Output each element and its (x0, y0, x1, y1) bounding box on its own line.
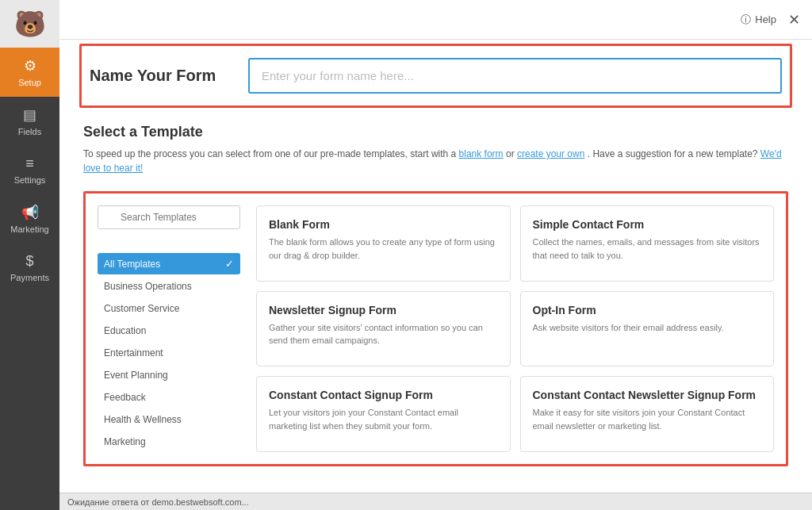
category-item[interactable]: Health & Wellness (98, 409, 240, 430)
template-sidebar: 🔍 All Templates✓Business OperationsCusto… (98, 205, 240, 452)
sidebar-item-label: Marketing (10, 224, 48, 234)
template-card-desc: The blank form allows you to create any … (269, 236, 498, 262)
template-card-desc: Make it easy for site visitors join your… (533, 406, 762, 432)
statusbar: Ожидание ответа от demo.bestwebsoft.com.… (59, 493, 812, 510)
check-icon: ✓ (225, 258, 234, 270)
sidebar-item-label: Setup (18, 78, 41, 87)
marketing-icon: 📢 (21, 204, 39, 221)
template-card[interactable]: Blank FormThe blank form allows you to c… (256, 205, 511, 282)
template-body: 🔍 All Templates✓Business OperationsCusto… (83, 191, 788, 466)
sidebar-item-payments[interactable]: $ Payments (0, 243, 59, 292)
suggestion-text: . Have a suggestion for a new template? (588, 148, 758, 159)
sidebar-item-label: Payments (10, 273, 49, 282)
statusbar-text: Ожидание ответа от demo.bestwebsoft.com.… (67, 497, 249, 507)
logo: 🐻 (0, 0, 59, 48)
template-card[interactable]: Newsletter Signup FormGather your site v… (256, 291, 511, 367)
template-card[interactable]: Opt-In FormAsk website visitors for thei… (520, 291, 775, 367)
setup-icon: ⚙ (24, 57, 36, 75)
select-template-title: Select a Template (83, 124, 788, 140)
template-card[interactable]: Simple Contact FormCollect the names, em… (520, 205, 775, 282)
topbar: ⓘ Help ✕ (59, 0, 812, 40)
template-card[interactable]: Constant Contact Newsletter Signup FormM… (520, 376, 775, 452)
sidebar-item-label: Settings (14, 175, 46, 185)
template-grid: Blank FormThe blank form allows you to c… (256, 205, 774, 452)
sidebar-item-fields[interactable]: ▤ Fields (0, 97, 59, 146)
template-card-title: Simple Contact Form (533, 218, 762, 231)
sidebar-item-settings[interactable]: ≡ Settings (0, 146, 59, 194)
search-templates-input[interactable] (98, 205, 240, 229)
template-card-title: Newsletter Signup Form (269, 304, 498, 316)
category-item[interactable]: Business Operations (98, 276, 240, 297)
template-card-title: Constant Contact Newsletter Signup Form (533, 389, 762, 401)
template-card-desc: Gather your site visitors' contact infor… (269, 321, 498, 347)
sidebar-item-label: Fields (18, 127, 41, 136)
template-card-title: Blank Form (269, 218, 498, 231)
help-icon: ⓘ (741, 13, 751, 27)
category-list: All Templates✓Business OperationsCustome… (98, 253, 240, 452)
main-area: ⓘ Help ✕ Name Your Form Select a Templat… (59, 0, 812, 510)
create-own-link[interactable]: create your own (517, 148, 584, 159)
template-card[interactable]: Constant Contact Signup FormLet your vis… (256, 376, 511, 452)
category-item[interactable]: Entertainment (98, 343, 240, 363)
desc-text: To speed up the process you can select f… (83, 148, 456, 159)
template-card-title: Opt-In Form (533, 304, 762, 316)
help-label: Help (755, 13, 776, 25)
sidebar-item-marketing[interactable]: 📢 Marketing (0, 194, 59, 243)
settings-icon: ≡ (25, 155, 34, 172)
or-text: or (506, 148, 517, 159)
content-area: Name Your Form Select a Template To spee… (59, 40, 812, 493)
template-card-desc: Ask website visitors for their email add… (533, 321, 762, 335)
template-card-desc: Collect the names, emails, and messages … (533, 236, 762, 262)
form-name-input[interactable] (248, 58, 782, 94)
name-form-section: Name Your Form (79, 44, 792, 108)
payments-icon: $ (25, 253, 33, 270)
sidebar: 🐻 ⚙ Setup ▤ Fields ≡ Settings 📢 Marketin… (0, 0, 59, 510)
help-button[interactable]: ⓘ Help (741, 13, 776, 27)
category-item[interactable]: Education (98, 320, 240, 341)
category-item[interactable]: Customer Service (98, 298, 240, 319)
close-button[interactable]: ✕ (788, 11, 800, 29)
category-item[interactable]: Feedback (98, 387, 240, 408)
template-card-title: Constant Contact Signup Form (269, 389, 498, 401)
search-wrapper: 🔍 (98, 205, 240, 241)
bear-icon: 🐻 (14, 9, 46, 39)
select-template-section: Select a Template To speed up the proces… (83, 124, 788, 466)
blank-form-link[interactable]: blank form (459, 148, 504, 159)
category-item[interactable]: Marketing (98, 431, 240, 452)
template-card-desc: Let your visitors join your Constant Con… (269, 406, 498, 432)
category-item[interactable]: All Templates✓ (98, 253, 240, 274)
name-form-label: Name Your Form (90, 67, 232, 85)
category-item[interactable]: Event Planning (98, 365, 240, 385)
select-template-desc: To speed up the process you can select f… (83, 147, 788, 175)
fields-icon: ▤ (23, 106, 36, 124)
sidebar-item-setup[interactable]: ⚙ Setup (0, 48, 59, 97)
